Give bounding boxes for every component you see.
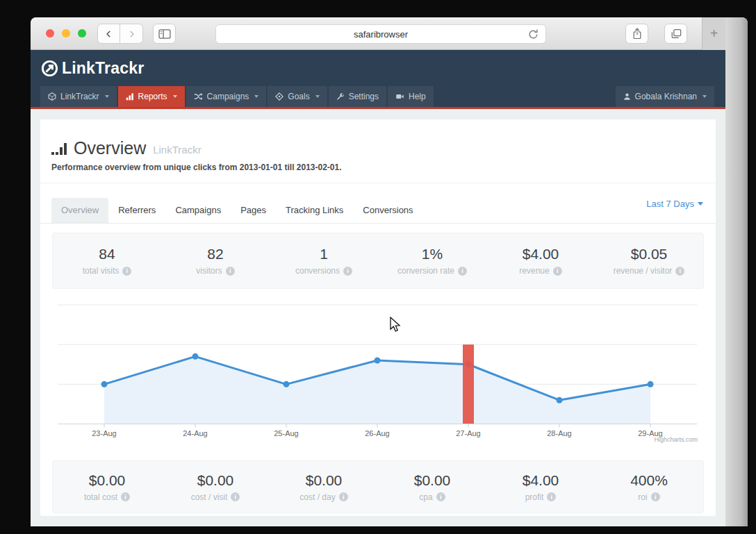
nav-item-label: Gobala Krishnan [635, 92, 697, 101]
highcharts-credit-link[interactable]: Highcharts.com [654, 436, 698, 443]
nav-item-help[interactable]: Help [388, 86, 434, 107]
share-icon [632, 28, 642, 40]
stat-label: cpa [419, 492, 445, 502]
stat-value: $4.00 [523, 246, 559, 262]
sidebar-toggle-button[interactable] [153, 24, 176, 44]
info-icon[interactable] [458, 267, 467, 276]
stat-label-text: cost / visit [191, 492, 228, 502]
diamond-icon [275, 92, 284, 101]
cube-icon [48, 92, 56, 101]
tab-pages[interactable]: Pages [231, 198, 276, 223]
app-header: LinkTrackr LinkTrackrReportsCampaignsGoa… [31, 50, 725, 109]
nav-item-reports[interactable]: Reports [118, 86, 185, 107]
tab-tracking-links[interactable]: Tracking Links [276, 198, 353, 223]
zoom-window-button[interactable] [78, 29, 86, 37]
stat-total-visits: 84total visits [53, 233, 161, 288]
tab-campaigns[interactable]: Campaigns [165, 198, 231, 223]
stats-panel-top: 84total visits82visitors1conversions1%co… [52, 233, 704, 289]
info-icon[interactable] [651, 492, 660, 501]
reload-button[interactable] [527, 28, 539, 42]
nav-item-label: Goals [288, 92, 309, 101]
sidebar-icon [158, 29, 171, 39]
page-title: Overview [74, 139, 146, 157]
plus-icon: + [710, 26, 718, 42]
stat-label: roi [638, 492, 659, 502]
chevron-down-icon [105, 95, 109, 98]
info-icon[interactable] [226, 267, 235, 276]
tab-referrers[interactable]: Referrers [108, 198, 165, 223]
stat-roi: 400%roi [595, 461, 703, 512]
signal-bars-icon [51, 144, 67, 157]
info-icon[interactable] [547, 492, 556, 501]
stat-conversion-rate: 1%conversion rate [378, 233, 486, 288]
stat-label: profit [525, 492, 557, 502]
tab-overview-button[interactable] [664, 24, 687, 44]
chart[interactable]: 23-Aug24-Aug25-Aug26-Aug27-Aug28-Aug29-A… [40, 289, 716, 458]
linktrackr-logo[interactable]: LinkTrackr [40, 59, 144, 78]
svg-text:27-Aug: 27-Aug [456, 429, 480, 437]
tab-conversions[interactable]: Conversions [353, 198, 422, 223]
info-icon[interactable] [122, 267, 131, 276]
stat-value: 400% [630, 472, 668, 489]
user-menu[interactable]: Gobala Krishnan [616, 86, 714, 107]
camera-icon [395, 92, 404, 101]
stat-value: 1% [422, 246, 443, 262]
svg-text:25-Aug: 25-Aug [274, 429, 298, 437]
main-nav: LinkTrackrReportsCampaignsGoalsSettingsH… [31, 86, 725, 107]
forward-button[interactable] [120, 24, 143, 44]
browser-window: safaribrowser [31, 17, 748, 526]
line-chart: 23-Aug24-Aug25-Aug26-Aug27-Aug28-Aug29-A… [40, 289, 714, 458]
chevron-down-icon [173, 95, 177, 98]
tab-overview[interactable]: Overview [51, 198, 108, 223]
wrench-icon [336, 92, 345, 101]
info-icon[interactable] [343, 267, 352, 276]
info-icon[interactable] [121, 492, 130, 501]
new-tab-button[interactable]: + [702, 17, 725, 50]
address-bar[interactable]: safaribrowser [215, 24, 546, 44]
close-window-button[interactable] [46, 29, 54, 37]
stat-value: $4.00 [523, 472, 559, 489]
shuffle-icon [194, 92, 203, 101]
nav-item-label: Reports [138, 92, 167, 101]
stat-label-text: cost / day [299, 492, 335, 502]
stat-label-text: conversions [295, 266, 340, 276]
nav-item-linktrackr[interactable]: LinkTrackr [40, 86, 117, 107]
stat-total-cost: $0.00total cost [53, 461, 161, 512]
nav-item-label: Settings [349, 92, 379, 101]
info-icon[interactable] [231, 492, 240, 501]
content-card: Overview LinkTrackr Performance overview… [40, 119, 716, 516]
stat-visitors: 82visitors [161, 233, 270, 288]
chevron-right-icon [128, 29, 135, 39]
stat-label-text: revenue [519, 266, 549, 276]
svg-text:26-Aug: 26-Aug [365, 429, 389, 437]
info-icon[interactable] [339, 492, 348, 501]
stat-label-text: visitors [196, 266, 222, 276]
chevron-down-icon [702, 95, 707, 98]
period-label: Last 7 Days [646, 199, 694, 209]
stat-label-text: revenue / visitor [614, 266, 673, 276]
stat-value: $0.00 [89, 472, 126, 489]
stat-label: cost / visit [191, 492, 240, 502]
chevron-down-icon [698, 202, 703, 206]
info-icon[interactable] [553, 267, 562, 276]
tabs-icon [671, 28, 682, 39]
linktrackr-logo-icon [40, 59, 59, 78]
stat-label-text: conversion rate [397, 266, 454, 276]
stat-conversions: 1conversions [270, 233, 378, 288]
info-icon[interactable] [436, 492, 445, 501]
stat-value: $0.00 [197, 472, 234, 489]
stat-label-text: cpa [419, 492, 432, 502]
period-selector[interactable]: Last 7 Days [646, 199, 703, 209]
chevron-down-icon [315, 95, 320, 98]
minimize-window-button[interactable] [62, 29, 70, 37]
stat-value: $0.05 [631, 246, 668, 262]
stat-label: revenue [519, 266, 561, 276]
nav-item-goals[interactable]: Goals [268, 86, 327, 107]
stat-value: 82 [207, 246, 223, 262]
info-icon[interactable] [675, 267, 684, 276]
nav-item-campaigns[interactable]: Campaigns [186, 86, 267, 107]
share-button[interactable] [625, 24, 648, 44]
back-button[interactable] [97, 24, 120, 44]
user-icon [623, 92, 631, 101]
nav-item-settings[interactable]: Settings [329, 86, 386, 107]
